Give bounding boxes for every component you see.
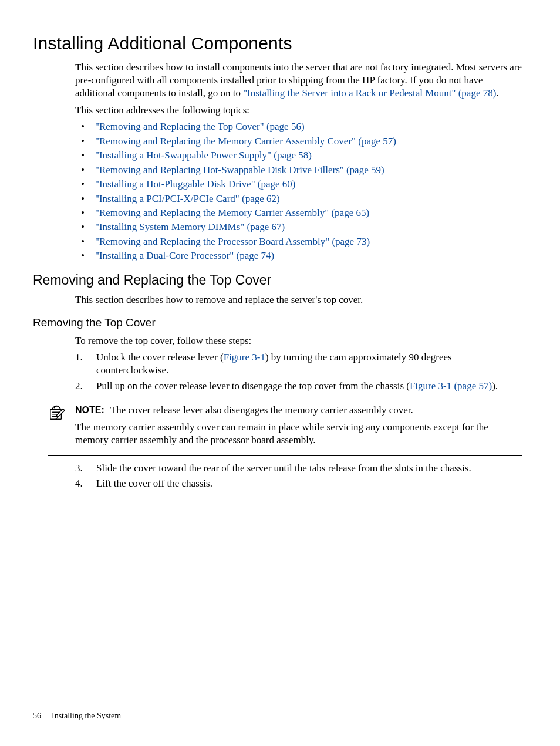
topic-link-7[interactable]: "Installing System Memory DIMMs" (page 6…: [95, 221, 285, 232]
page-number: 56: [33, 711, 41, 720]
step-3: Slide the cover toward the rear of the s…: [75, 462, 522, 475]
intro-paragraph: This section describes how to install co…: [75, 61, 522, 100]
topic-link-3[interactable]: "Removing and Replacing Hot-Swappable Di…: [95, 164, 384, 175]
list-item: "Removing and Replacing the Memory Carri…: [75, 135, 522, 148]
intro-text-2: .: [496, 87, 498, 99]
section-intro: This section describes how to remove and…: [75, 293, 522, 306]
step1-text-a: Unlock the cover release lever (: [96, 352, 224, 363]
steps-list: Unlock the cover release lever (Figure 3…: [75, 351, 522, 393]
list-item: "Installing a Hot-Swappable Power Supply…: [75, 149, 522, 162]
list-item: "Installing a Hot-Pluggable Disk Drive" …: [75, 178, 522, 191]
topics-lead: This section addresses the following top…: [75, 104, 522, 117]
topic-link-0[interactable]: "Removing and Replacing the Top Cover" (…: [95, 121, 305, 132]
step-2: Pull up on the cover release lever to di…: [75, 380, 522, 393]
link-figure-3-1-b[interactable]: Figure 3-1 (page 57): [410, 380, 492, 391]
list-item: "Installing a PCI/PCI-X/PCIe Card" (page…: [75, 193, 522, 205]
step-4: Lift the cover off the chassis.: [75, 477, 522, 490]
note-block: NOTE:The cover release lever also diseng…: [48, 400, 522, 455]
step2-text-b: ).: [492, 380, 498, 391]
intro-block: This section describes how to install co…: [75, 61, 522, 263]
note-label: NOTE:: [75, 405, 104, 415]
list-item: "Installing a Dual-Core Processor" (page…: [75, 249, 522, 262]
note-icon-col: [48, 404, 75, 450]
topic-link-9[interactable]: "Installing a Dual-Core Processor" (page…: [95, 250, 274, 261]
section-heading-top-cover: Removing and Replacing the Top Cover: [33, 271, 527, 289]
list-item: "Removing and Replacing the Top Cover" (…: [75, 120, 522, 133]
steps-list-cont: Slide the cover toward the rear of the s…: [75, 462, 522, 491]
link-figure-3-1-a[interactable]: Figure 3-1: [224, 352, 265, 363]
note-text: NOTE:The cover release lever also diseng…: [75, 404, 522, 450]
section-body: This section describes how to remove and…: [75, 293, 522, 306]
page-title: Installing Additional Components: [33, 32, 527, 55]
list-item: "Removing and Replacing the Processor Bo…: [75, 235, 522, 248]
footer-title: Installing the System: [52, 711, 121, 720]
list-item: "Removing and Replacing Hot-Swappable Di…: [75, 164, 522, 177]
topics-list: "Removing and Replacing the Top Cover" (…: [75, 120, 522, 262]
steps-lead: To remove the top cover, follow these st…: [75, 335, 522, 347]
step-1: Unlock the cover release lever (Figure 3…: [75, 351, 522, 377]
list-item: "Installing System Memory DIMMs" (page 6…: [75, 221, 522, 234]
topic-link-4[interactable]: "Installing a Hot-Pluggable Disk Drive" …: [95, 178, 296, 190]
topic-link-5[interactable]: "Installing a PCI/PCI-X/PCIe Card" (page…: [95, 193, 280, 204]
note-line-2: The memory carrier assembly cover can re…: [75, 421, 522, 447]
note-icon: [48, 413, 66, 424]
topic-link-8[interactable]: "Removing and Replacing the Processor Bo…: [95, 236, 370, 247]
topic-link-6[interactable]: "Removing and Replacing the Memory Carri…: [95, 207, 369, 218]
subsection-heading-removing: Removing the Top Cover: [33, 315, 527, 330]
link-install-rack[interactable]: "Installing the Server into a Rack or Pe…: [243, 87, 496, 99]
topic-link-2[interactable]: "Installing a Hot-Swappable Power Supply…: [95, 150, 312, 161]
list-item: "Removing and Replacing the Memory Carri…: [75, 207, 522, 220]
topic-link-1[interactable]: "Removing and Replacing the Memory Carri…: [95, 136, 396, 147]
step2-text-a: Pull up on the cover release lever to di…: [96, 380, 410, 391]
note-line1-text: The cover release lever also disengages …: [110, 404, 413, 416]
subsection-body: To remove the top cover, follow these st…: [75, 335, 522, 491]
page-footer: 56Installing the System: [33, 711, 121, 721]
note-line-1: NOTE:The cover release lever also diseng…: [75, 404, 522, 417]
page: Installing Additional Components This se…: [0, 0, 560, 746]
